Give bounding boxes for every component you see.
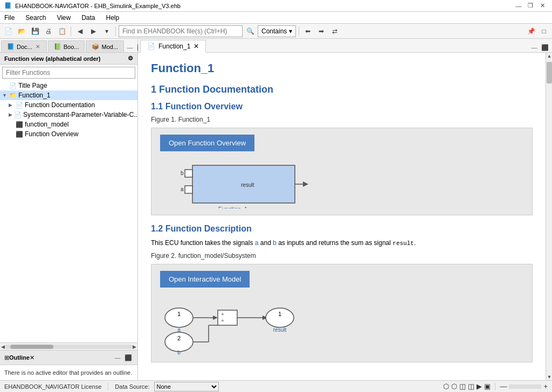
search-execute-btn[interactable]: 🔍: [244, 25, 256, 37]
status-icon-5[interactable]: ▶: [477, 382, 482, 390]
toolbar-btn-2[interactable]: 📂: [16, 25, 27, 37]
doc-content: Function_1 1 Function Documentation 1.1 …: [138, 53, 546, 380]
config-icon[interactable]: ⚙: [128, 55, 133, 62]
tab-doc-close[interactable]: ✕: [34, 44, 41, 50]
toolbar-right-1[interactable]: 📌: [525, 25, 537, 37]
outline-panel: ⊞ Outline ✕ — ⬛ There is no active edito…: [0, 350, 137, 380]
section-1-1-header: 1.1 Function Overview: [151, 102, 533, 111]
search-input[interactable]: [119, 25, 243, 37]
tree-item-title-page[interactable]: 📄 Title Page: [0, 81, 137, 90]
content-tab-close[interactable]: ✕: [194, 43, 199, 50]
close-button[interactable]: ✕: [537, 2, 548, 10]
section-1-2-header: 1.2 Function Description: [151, 224, 533, 234]
contains-dropdown[interactable]: Contains ▾: [258, 25, 296, 37]
outline-message: There is no active editor that provides …: [4, 369, 132, 376]
figure-1-caption: Figure 1. Function_1: [151, 116, 533, 123]
vscroll-up[interactable]: ▲: [546, 53, 552, 59]
outline-title: Outline: [9, 354, 30, 361]
status-minus[interactable]: —: [500, 382, 507, 390]
tree-item-func-doc[interactable]: ▶ 📄 Function Documentation: [0, 100, 137, 110]
outline-max[interactable]: ⬛: [123, 353, 133, 362]
tab-book[interactable]: 📗 Boo...: [48, 40, 85, 52]
section-1-header: 1 Function Documentation: [151, 84, 533, 95]
tree-item-function1[interactable]: ▼ 📁 Function_1: [0, 90, 137, 100]
menu-file[interactable]: File: [2, 13, 17, 23]
vscroll-track[interactable]: [546, 59, 552, 374]
content-tab-label: Function_1: [158, 43, 190, 50]
svg-text:b: b: [181, 170, 184, 176]
tree-item-func-model[interactable]: ⬛ function_model: [0, 120, 137, 129]
tab-doc[interactable]: 📘 Doc... ✕: [1, 40, 47, 52]
status-icon-2[interactable]: ⬡: [451, 382, 457, 390]
function1-diagram: b a result Function_1: [160, 160, 333, 208]
tab-mod-icon: 📦: [92, 43, 99, 50]
window-title: EHANDBOOK-NAVIGATOR - EHB_Simulink_Examp…: [15, 3, 181, 9]
section-1-number: 1: [151, 84, 159, 95]
status-icon-4[interactable]: ◫: [468, 382, 474, 390]
section-1-title: Function Documentation: [159, 84, 273, 95]
maximize-button[interactable]: ❐: [525, 2, 536, 10]
open-interactive-model-btn[interactable]: Open Interactive Model: [160, 271, 250, 288]
section-1-2-number: 1.2: [151, 224, 165, 233]
toolbar-fwd[interactable]: ▶: [87, 25, 99, 37]
left-min-btn[interactable]: —: [125, 43, 135, 52]
icon-func-model: ⬛: [16, 121, 23, 128]
section-1-2-title: Function Description: [165, 224, 252, 233]
toolbar-sep-3: [299, 26, 299, 36]
datasource-select[interactable]: None: [154, 382, 219, 391]
tree-item-sysconstant[interactable]: ▶ 📄 Systemconstant-Parameter-Variable-C.…: [0, 110, 137, 120]
toolbar-dropdown[interactable]: ▾: [101, 25, 113, 37]
code-result: result: [392, 240, 414, 247]
tree-item-func-overview[interactable]: ⬛ Function Overview: [0, 129, 137, 139]
icon-func-doc: 📄: [16, 101, 23, 109]
toolbar-fwd2[interactable]: ➡: [315, 25, 327, 37]
content-vscrollbar[interactable]: ▲ ▼: [546, 53, 552, 380]
link-b[interactable]: b: [273, 239, 277, 247]
vscroll-thumb[interactable]: [547, 62, 552, 83]
menu-view[interactable]: View: [54, 13, 73, 23]
toolbar-btn-3[interactable]: 💾: [29, 25, 41, 37]
hscroll-track[interactable]: [5, 345, 133, 349]
menu-search[interactable]: Search: [23, 13, 48, 23]
toolbar-right-2[interactable]: □: [538, 25, 550, 37]
content-tab-function1[interactable]: 📄 Function_1 ✕: [140, 40, 206, 53]
toolbar-sep-2: [115, 26, 116, 36]
status-plus[interactable]: +: [543, 382, 548, 390]
icon-function1: 📁: [9, 92, 17, 99]
svg-text:result: result: [273, 327, 287, 333]
minimize-button[interactable]: —: [513, 2, 524, 10]
label-sysconstant: Systemconstant-Parameter-Variable-C...: [23, 111, 137, 118]
hscroll-left[interactable]: ◀: [1, 344, 5, 349]
content-max-btn[interactable]: ⬛: [540, 43, 550, 52]
svg-text:Function_1: Function_1: [218, 206, 247, 208]
open-function-overview-btn[interactable]: Open Function Overview: [160, 135, 254, 151]
content-min-btn[interactable]: —: [529, 43, 539, 52]
hscroll-thumb[interactable]: [10, 345, 53, 349]
status-icon-1[interactable]: ⬡: [443, 382, 449, 390]
svg-text:a: a: [181, 186, 184, 192]
menu-help[interactable]: Help: [104, 13, 122, 23]
toolbar: 📄 📂 💾 🖨 📋 ◀ ▶ ▾ 🔍 Contains ▾ ⬅ ➡ ⇄ 📌 □: [0, 24, 552, 39]
svg-text:b: b: [177, 349, 181, 355]
tab-mod[interactable]: 📦 Mod...: [86, 40, 124, 52]
toolbar-back2[interactable]: ⬅: [302, 25, 314, 37]
toolbar-back[interactable]: ◀: [74, 25, 86, 37]
figure-2-caption: Figure 2. function_model/Subsystem: [151, 252, 533, 260]
toolbar-btn-1[interactable]: 📄: [2, 25, 14, 37]
vscroll-down[interactable]: ▼: [546, 374, 552, 380]
subsystem-diagram: 1 a + + 1: [160, 296, 333, 355]
svg-marker-7: [303, 181, 308, 187]
outline-min[interactable]: —: [113, 353, 122, 362]
link-a[interactable]: a: [255, 239, 259, 247]
filter-functions-input[interactable]: [2, 67, 135, 79]
menu-data[interactable]: Data: [79, 13, 97, 23]
function-view-title: Function view (alphabetical order): [4, 55, 100, 62]
outline-close[interactable]: ✕: [30, 354, 34, 361]
toolbar-sync[interactable]: ⇄: [329, 25, 341, 37]
hscroll-right[interactable]: ▶: [133, 344, 136, 349]
status-icon-3[interactable]: ◫: [459, 382, 466, 390]
toolbar-btn-5[interactable]: 📋: [56, 25, 68, 37]
status-icon-6[interactable]: ▣: [484, 382, 491, 390]
tab-book-icon: 📗: [54, 43, 61, 50]
toolbar-btn-4[interactable]: 🖨: [43, 25, 54, 37]
